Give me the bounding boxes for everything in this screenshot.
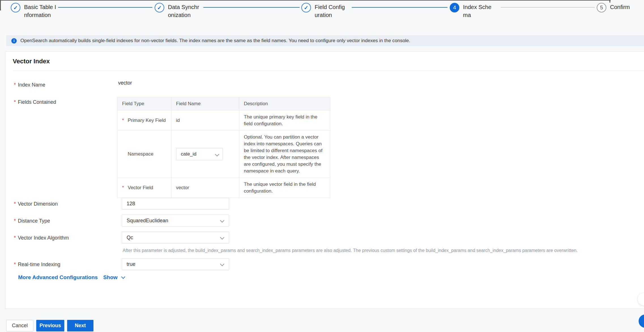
col-header-field-name: Field Name (171, 97, 239, 110)
chevron-down-icon (220, 262, 225, 266)
step-2-circle: ✓ (155, 3, 164, 12)
step-1-circle: ✓ (11, 3, 20, 12)
table-row-primary-key: * Primary Key Field id The unique primar… (118, 110, 330, 130)
required-marker: * (14, 82, 16, 88)
chevron-down-icon (121, 275, 125, 279)
fields-contained-label: *Fields Contained (14, 99, 56, 105)
fields-table-header: Field Type Field Name Description (118, 97, 330, 110)
info-banner-text: OpenSearch automatically builds single-f… (20, 38, 410, 44)
required-marker: * (122, 118, 128, 123)
field-type-cell: * Vector Field (118, 178, 171, 198)
page: ✓ Basic Table Information ✓ Data Synchro… (0, 0, 644, 332)
step-5-label: Confirm (610, 3, 641, 11)
field-type-cell: * Primary Key Field (118, 111, 171, 130)
required-marker: * (14, 201, 16, 207)
step-1-label: Basic Table Information (24, 3, 57, 19)
vector-dimension-label: *Vector Dimension (14, 201, 58, 207)
table-row-vector-field: * Vector Field vector The unique vector … (118, 178, 330, 198)
step-2-label: Data Synchronization (168, 3, 201, 19)
index-name-value: vector (118, 80, 132, 86)
step-connector (203, 7, 300, 8)
col-header-field-type: Field Type (118, 97, 171, 110)
required-marker: * (14, 235, 16, 241)
realtime-indexing-select[interactable]: true (122, 258, 229, 270)
required-marker: * (14, 99, 16, 105)
check-icon: ✓ (157, 5, 162, 10)
distance-type-label: *Distance Type (14, 218, 50, 224)
col-header-description: Description (239, 97, 330, 110)
previous-button[interactable]: Previous (36, 320, 64, 331)
field-name-cell: vector (171, 178, 239, 198)
fields-table: Field Type Field Name Description * Prim… (117, 97, 330, 198)
step-4-number: 4 (453, 5, 456, 11)
index-name-label: *Index Name (14, 82, 45, 88)
check-icon: ✓ (13, 5, 18, 10)
description-cell: The unique vector field in the field con… (239, 178, 330, 198)
distance-type-select[interactable]: SquaredEuclidean (122, 215, 229, 227)
chevron-down-icon (220, 218, 225, 223)
step-5-number: 5 (600, 5, 603, 11)
show-toggle[interactable]: Show (103, 274, 118, 280)
required-marker: * (14, 262, 16, 267)
cancel-button[interactable]: Cancel (6, 320, 33, 331)
chevron-down-icon (215, 152, 219, 157)
required-marker: * (14, 218, 16, 224)
distance-type-value: SquaredEuclidean (127, 218, 168, 224)
vector-index-algorithm-select[interactable]: Qc (122, 232, 229, 243)
step-connector (58, 7, 152, 8)
step-5-circle: 5 (597, 3, 606, 12)
chevron-down-icon (220, 235, 225, 240)
check-icon: ✓ (304, 5, 308, 10)
namespace-select[interactable]: cate_id (176, 148, 223, 160)
description-cell: The unique primary key field in the fiel… (239, 111, 330, 130)
more-advanced-configurations-label: More Advanced Configurations (18, 274, 98, 280)
algorithm-note: After this parameter is adjusted, the bu… (123, 248, 578, 253)
panel-title: Vector Index (13, 58, 50, 65)
description-cell: Optional. You can partition a vector ind… (239, 131, 330, 178)
vector-index-algorithm-label: *Vector Index Algorithm (14, 235, 69, 241)
wizard-stepper: ✓ Basic Table Information ✓ Data Synchro… (0, 0, 644, 27)
vector-dimension-input[interactable] (122, 198, 229, 210)
field-name-cell: cate_id (171, 131, 239, 178)
info-icon: i (11, 38, 17, 44)
step-4-circle: 4 (450, 3, 459, 12)
step-connector (501, 7, 595, 8)
step-3-circle: ✓ (301, 3, 311, 12)
required-marker: * (122, 185, 128, 191)
more-advanced-configurations-link[interactable]: More Advanced Configurations Show (18, 274, 125, 281)
namespace-select-value: cate_id (181, 151, 197, 157)
step-connector (352, 7, 447, 8)
vector-index-panel: Vector Index *Index Name vector *Fields … (5, 51, 644, 309)
field-type-cell: Namespace (118, 131, 171, 178)
vector-index-algorithm-value: Qc (127, 235, 133, 241)
help-floating-button[interactable] (639, 314, 644, 328)
step-3-label: Field Configuration (315, 3, 347, 19)
realtime-indexing-value: true (127, 261, 135, 267)
table-row-namespace: Namespace cate_id Optional. You can part… (118, 130, 330, 178)
field-name-cell: id (171, 111, 239, 130)
divider (13, 70, 644, 71)
next-button[interactable]: Next (67, 320, 93, 331)
info-banner: i OpenSearch automatically builds single… (6, 35, 644, 46)
realtime-indexing-label: *Real-time Indexing (14, 262, 60, 268)
step-4-label: Index Schema (463, 3, 496, 19)
